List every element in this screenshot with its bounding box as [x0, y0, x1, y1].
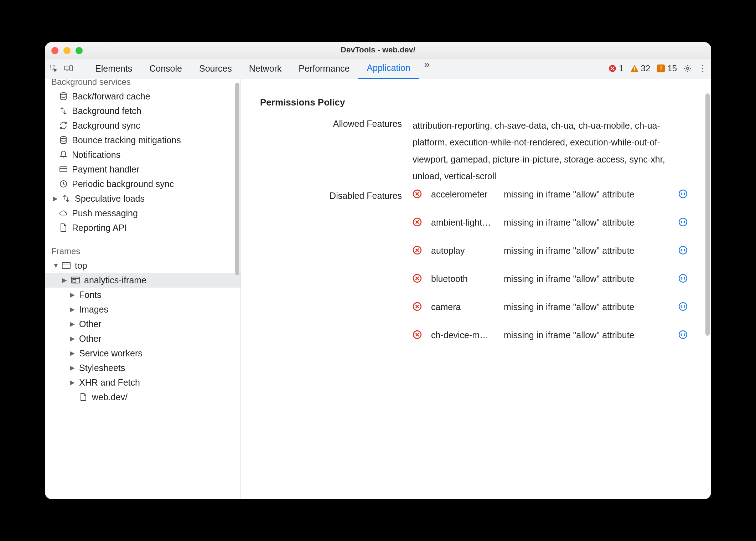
reveal-in-elements-icon[interactable]	[678, 246, 693, 256]
sidebar-item-label: Notifications	[72, 150, 120, 160]
sidebar-item-back-forward-cache[interactable]: Back/forward cache	[45, 89, 240, 104]
gear-icon[interactable]	[683, 64, 692, 73]
svg-rect-4	[634, 67, 635, 70]
chevron-right-icon: ▶	[70, 378, 75, 386]
disabled-feature-name: camera	[431, 302, 499, 312]
reveal-in-elements-icon[interactable]	[678, 189, 693, 200]
tabs-overflow-icon[interactable]: »	[419, 58, 435, 79]
tab-elements[interactable]: Elements	[87, 58, 141, 79]
sidebar-item-label: top	[75, 261, 87, 271]
window-title: DevTools - web.dev/	[45, 45, 711, 55]
sidebar-item-label: Reporting API	[72, 223, 127, 233]
error-icon	[608, 64, 617, 73]
sidebar-item-bounce-tracking[interactable]: Bounce tracking mitigations	[45, 133, 240, 148]
sidebar-item-background-sync[interactable]: Background sync	[45, 118, 240, 133]
warning-count[interactable]: 32	[630, 63, 651, 73]
kebab-menu-icon[interactable]: ⋮	[698, 64, 707, 73]
svg-point-6	[687, 67, 689, 69]
devtools-toolbar: Elements Console Sources Network Perform…	[45, 58, 711, 79]
sidebar-frame-other-2[interactable]: ▶Other	[45, 331, 240, 346]
content-pane: Permissions Policy Allowed Features attr…	[241, 79, 711, 499]
reveal-in-elements-icon[interactable]	[678, 330, 693, 340]
minimize-window-button[interactable]	[63, 47, 71, 54]
content-scrollbar[interactable]	[705, 93, 710, 336]
svg-point-23	[679, 303, 687, 310]
sidebar-item-payment-handler[interactable]: Payment handler	[45, 162, 240, 177]
blocked-icon	[413, 189, 426, 200]
svg-rect-9	[60, 167, 67, 172]
sidebar-item-label: Bounce tracking mitigations	[72, 135, 181, 145]
svg-point-19	[679, 246, 687, 254]
disabled-features-label: Disabled Features	[259, 189, 402, 201]
close-window-button[interactable]	[51, 47, 58, 54]
reveal-in-elements-icon[interactable]	[678, 274, 693, 284]
sync-icon	[59, 121, 68, 130]
tab-application[interactable]: Application	[358, 58, 419, 79]
chevron-down-icon: ▼	[53, 262, 58, 269]
tab-performance[interactable]: Performance	[290, 58, 358, 79]
blocked-icon	[413, 330, 426, 340]
sidebar-frame-fonts[interactable]: ▶Fonts	[45, 288, 240, 302]
chevron-right-icon: ▶	[70, 349, 75, 357]
card-icon	[59, 165, 68, 174]
svg-rect-1	[64, 66, 69, 70]
tab-console[interactable]: Console	[141, 58, 191, 79]
svg-rect-5	[634, 70, 635, 71]
disabled-feature-reason: missing in iframe "allow" attribute	[504, 302, 673, 312]
allowed-features-value: attribution-reporting, ch-save-data, ch-…	[413, 117, 693, 185]
sidebar-frame-images[interactable]: ▶Images	[45, 302, 240, 317]
sidebar-item-label: analytics-iframe	[84, 275, 146, 285]
tab-network[interactable]: Network	[240, 58, 290, 79]
sidebar-frame-stylesheets[interactable]: ▶Stylesheets	[45, 361, 240, 375]
transfer-icon	[59, 107, 68, 115]
sidebar-scrollbar[interactable]	[235, 83, 239, 275]
sidebar-item-periodic-sync[interactable]: Periodic background sync	[45, 177, 240, 191]
database-icon	[59, 92, 68, 101]
device-toggle-icon[interactable]	[64, 64, 73, 73]
sidebar-section-frames: Frames	[45, 243, 240, 258]
disabled-features-table: accelerometermissing in iframe "allow" a…	[413, 189, 693, 340]
sidebar-frame-other-1[interactable]: ▶Other	[45, 317, 240, 331]
zoom-window-button[interactable]	[76, 47, 83, 54]
sidebar-item-label: Background fetch	[72, 106, 141, 116]
reveal-in-elements-icon[interactable]	[678, 217, 693, 228]
window-titlebar: DevTools - web.dev/	[45, 42, 711, 58]
file-icon	[79, 393, 88, 401]
sidebar-frame-analytics-iframe[interactable]: ▶ analytics-iframe	[45, 273, 240, 288]
svg-rect-2	[70, 66, 72, 71]
sidebar-frame-webdev[interactable]: web.dev/	[45, 390, 240, 405]
database-icon	[59, 136, 68, 144]
sidebar-item-label: web.dev/	[92, 392, 128, 402]
reveal-in-elements-icon[interactable]	[678, 302, 693, 312]
issues-icon: !	[657, 64, 665, 73]
sidebar-frame-service-workers[interactable]: ▶Service workers	[45, 346, 240, 361]
sidebar-item-background-fetch[interactable]: Background fetch	[45, 104, 240, 118]
sidebar-item-label: Periodic background sync	[72, 179, 174, 189]
sidebar-item-notifications[interactable]: Notifications	[45, 148, 240, 162]
bell-icon	[59, 150, 68, 159]
traffic-lights	[51, 47, 83, 54]
warning-icon	[630, 64, 639, 73]
sidebar-item-reporting-api[interactable]: Reporting API	[45, 221, 240, 235]
error-count[interactable]: 1	[608, 63, 623, 73]
sidebar-item-push-messaging[interactable]: Push messaging	[45, 206, 240, 221]
error-count-value: 1	[619, 63, 623, 73]
issues-count[interactable]: ! 15	[657, 63, 677, 73]
svg-point-21	[679, 274, 687, 282]
sidebar-frame-top[interactable]: ▼ top	[45, 258, 240, 273]
iframe-icon	[71, 276, 80, 284]
disabled-feature-name: autoplay	[431, 246, 499, 256]
sidebar-item-label: Images	[79, 304, 108, 315]
sidebar-frame-xhr-fetch[interactable]: ▶XHR and Fetch	[45, 375, 240, 390]
sidebar-item-speculative-loads[interactable]: ▶ Speculative loads	[45, 191, 240, 206]
disabled-feature-reason: missing in iframe "allow" attribute	[504, 330, 673, 340]
disabled-feature-reason: missing in iframe "allow" attribute	[504, 274, 673, 284]
application-sidebar: Background services Back/forward cache B…	[45, 79, 241, 499]
inspect-icon[interactable]	[49, 64, 58, 73]
chevron-right-icon: ▶	[70, 335, 75, 342]
disabled-feature-name: ch-device-m…	[431, 330, 499, 340]
sidebar-item-label: Back/forward cache	[72, 91, 150, 102]
disabled-feature-name: bluetooth	[431, 274, 499, 284]
sidebar-item-label: Speculative loads	[75, 194, 145, 204]
tab-sources[interactable]: Sources	[191, 58, 240, 79]
